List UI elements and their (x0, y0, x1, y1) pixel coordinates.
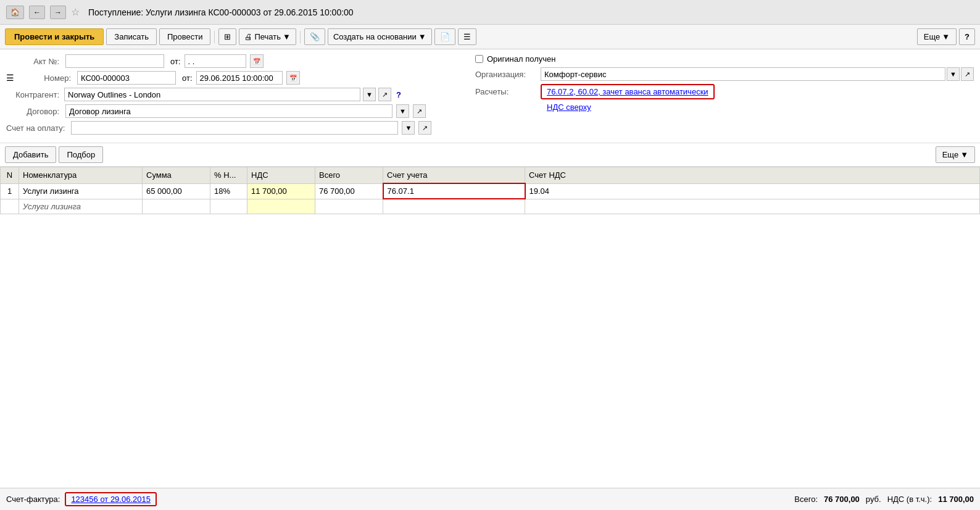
create-basis-dropdown-arrow: ▼ (418, 32, 426, 41)
row-nomenklatura: Услуги лизинга (19, 183, 143, 199)
more-button[interactable]: Еще ▼ (917, 28, 957, 45)
nds-label: НДС (в т.ч.): (887, 495, 932, 504)
schet-oplatu-input[interactable] (71, 121, 398, 135)
doc-icon: 📄 (440, 32, 450, 41)
row-nomenklatura-sub: Услуги лизинга (19, 199, 143, 214)
col-nomenklatura: Номенклатура (19, 167, 143, 184)
col-n: N (1, 167, 19, 184)
row-n: 1 (1, 183, 19, 199)
schet-faktura-link[interactable]: 123456 от 29.06.2015 (71, 495, 151, 504)
footer-left: Счет-фактура: 123456 от 29.06.2015 (6, 492, 157, 506)
dogovor-input[interactable] (65, 104, 392, 118)
nomer-date-input[interactable] (196, 71, 283, 85)
extra-icon: ⊞ (224, 32, 231, 41)
vsego-sum: 76 700,00 (824, 495, 860, 504)
nomer-ot-label: от: (182, 73, 193, 83)
kontragent-select-button[interactable]: ▼ (363, 88, 376, 101)
add-button[interactable]: Добавить (5, 146, 56, 163)
col-schet-nds: Счет НДС (525, 167, 980, 184)
dogovor-open-button[interactable]: ↗ (413, 104, 426, 118)
akt-ot-label: от: (170, 57, 181, 66)
attach-icon: 📎 (310, 32, 320, 41)
doc-list-icon[interactable]: ☰ (6, 73, 14, 83)
row-schet-ucheta: 76.07.1 (383, 183, 525, 199)
print-dropdown-arrow: ▼ (283, 32, 291, 41)
org-input[interactable] (541, 67, 945, 81)
original-label: Оригинал получен (487, 54, 555, 64)
akt-calendar-button[interactable]: 📅 (250, 54, 264, 68)
post-and-close-button[interactable]: Провести и закрыть (5, 28, 104, 45)
post-button[interactable]: Провести (159, 28, 211, 45)
pick-button[interactable]: Подбор (59, 146, 103, 163)
help-button[interactable]: ? (959, 28, 975, 45)
schet-oplatu-open-button[interactable]: ↗ (418, 121, 431, 135)
row-vsego: 76 700,00 (315, 183, 383, 199)
schet-oplatu-select-button[interactable]: ▼ (402, 121, 415, 135)
kontragent-input[interactable] (64, 88, 360, 101)
print-button[interactable]: 🖨 Печать ▼ (239, 28, 296, 45)
dogovor-label: Договор: (6, 107, 62, 116)
page-title: Поступление: Услуги лизинга КС00-000003 … (88, 7, 354, 17)
org-label: Организация: (475, 70, 537, 79)
kontragent-help[interactable]: ? (396, 90, 401, 99)
table-row-sub: Услуги лизинга (1, 199, 980, 214)
vsego-unit: руб. (866, 495, 881, 504)
nds-sum: 11 700,00 (938, 495, 974, 504)
extra-icon-button[interactable]: ⊞ (218, 28, 236, 45)
dogovor-select-button[interactable]: ▼ (396, 104, 409, 118)
nds-sverhu-link[interactable]: НДС сверху (547, 102, 591, 112)
table-row[interactable]: 1 Услуги лизинга 65 000,00 18% 11 700,00… (1, 183, 980, 199)
schet-faktura-label: Счет-фактура: (6, 495, 60, 504)
vsego-label: Всего: (794, 495, 818, 504)
list-icon: ☰ (463, 32, 471, 41)
create-basis-button[interactable]: Создать на основании ▼ (328, 28, 432, 45)
nomer-input[interactable] (77, 71, 176, 85)
akt-date-input[interactable] (185, 54, 246, 68)
org-select-button[interactable]: ▼ (947, 67, 960, 81)
forward-button[interactable]: → (50, 6, 66, 19)
col-nds-percent: % Н... (210, 167, 247, 184)
divider2 (300, 31, 301, 43)
nomer-label: Номер: (18, 73, 73, 83)
save-button[interactable]: Записать (106, 28, 157, 45)
kontragent-open-button[interactable]: ↗ (378, 88, 391, 101)
row-nds: 11 700,00 (247, 183, 315, 199)
more-dropdown-arrow: ▼ (942, 32, 950, 41)
row-schet-nds: 19.04 (525, 183, 980, 199)
kontragent-label: Контрагент: (6, 90, 62, 99)
schet-faktura-box: 123456 от 29.06.2015 (65, 492, 157, 506)
home-button[interactable]: 🏠 (6, 6, 24, 19)
col-vsego: Всего (315, 167, 383, 184)
akt-input[interactable] (65, 54, 164, 68)
original-checkbox[interactable] (475, 55, 483, 63)
row-summa: 65 000,00 (143, 183, 210, 199)
doc-icon-button[interactable]: 📄 (434, 28, 455, 45)
row-nds-percent: 18% (210, 183, 247, 199)
schet-oplatu-label: Счет на оплату: (6, 123, 67, 133)
org-open-button[interactable]: ↗ (961, 67, 974, 81)
akt-label: Акт №: (6, 57, 62, 66)
table-more-arrow: ▼ (960, 150, 968, 159)
printer-icon: 🖨 (244, 32, 252, 41)
favorite-icon[interactable]: ☆ (71, 6, 80, 18)
table-more-button[interactable]: Еще ▼ (936, 146, 975, 163)
nomer-calendar-button[interactable]: 📅 (286, 71, 300, 85)
col-summa: Сумма (143, 167, 210, 184)
back-button[interactable]: ← (29, 6, 45, 19)
raschet-box: 76.07.2, 60.02, зачет аванса автоматичес… (541, 84, 715, 99)
col-schet-ucheta: Счет учета (383, 167, 525, 184)
attach-button[interactable]: 📎 (304, 28, 325, 45)
divider (214, 31, 215, 43)
footer-right: Всего: 76 700,00 руб. НДС (в т.ч.): 11 7… (794, 495, 974, 504)
col-nds: НДС (247, 167, 315, 184)
raschet-label: Расчеты: (475, 87, 537, 96)
items-table: N Номенклатура Сумма % Н... НДС Всего Сч… (0, 167, 980, 214)
raschet-link[interactable]: 76.07.2, 60.02, зачет аванса автоматичес… (547, 87, 708, 96)
list-icon-button[interactable]: ☰ (458, 28, 476, 45)
